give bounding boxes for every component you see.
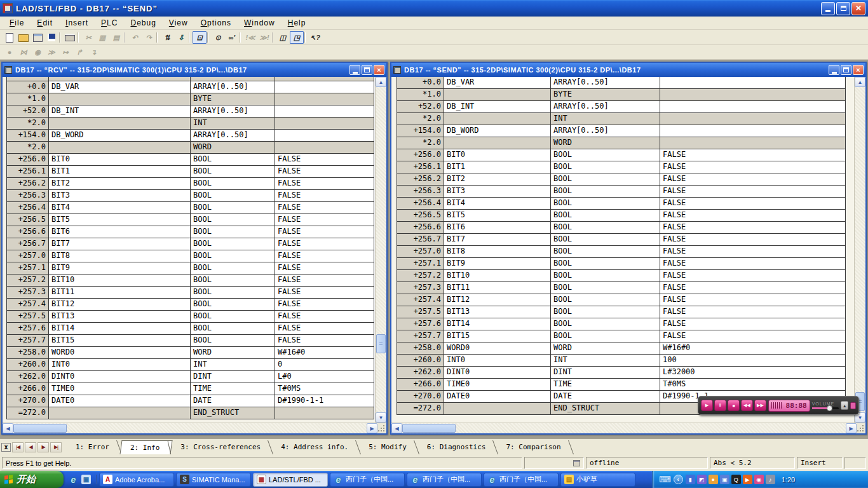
cell-initial-value[interactable]: FALSE xyxy=(660,149,846,161)
cell-address[interactable]: +257.4 xyxy=(397,294,444,306)
cell-initial-value[interactable]: W#16#0 xyxy=(275,347,374,359)
scrollbar-thumb[interactable] xyxy=(402,424,456,433)
volume-knob[interactable] xyxy=(827,405,832,411)
toolbar-separator[interactable] xyxy=(207,31,211,44)
cell-name[interactable]: DB_WORD xyxy=(444,125,551,137)
cell-initial-value[interactable]: FALSE xyxy=(275,202,374,214)
qq-icon[interactable]: Q xyxy=(731,475,741,484)
minimize-button[interactable] xyxy=(821,2,835,15)
toolbar-separator[interactable] xyxy=(156,31,160,44)
cell-type[interactable]: ARRAY[0..50] xyxy=(191,105,275,118)
scroll-up-icon[interactable]: ▲ xyxy=(376,77,386,87)
output-tab[interactable]: 1: Error xyxy=(67,440,121,454)
cell-initial-value[interactable]: 100 xyxy=(660,355,846,367)
cell-type[interactable]: BOOL xyxy=(191,166,275,178)
cell-initial-value[interactable]: T#0MS xyxy=(660,379,846,391)
cell-type[interactable]: DINT xyxy=(551,367,660,379)
context-help-icon[interactable]: ↖? xyxy=(308,31,322,44)
cell-address[interactable]: +256.7 xyxy=(397,234,444,246)
cell-type[interactable]: BOOL xyxy=(551,306,660,318)
cell-name[interactable]: DINT0 xyxy=(49,371,191,383)
horizontal-scrollbar[interactable]: ◀ ▶ xyxy=(391,423,865,433)
cell-address[interactable]: +52.0 xyxy=(397,101,444,113)
cell-name[interactable]: BIT7 xyxy=(444,234,551,246)
cell-address[interactable]: +257.2 xyxy=(397,270,444,282)
volume-icon[interactable]: ♪ xyxy=(766,475,775,484)
quicklaunch-desktop[interactable] xyxy=(81,475,91,484)
cell-initial-value[interactable]: FALSE xyxy=(660,306,846,318)
preview-icon[interactable]: ◳ xyxy=(290,31,304,44)
toolbar-separator[interactable] xyxy=(271,31,276,44)
cell-initial-value[interactable]: FALSE xyxy=(275,323,374,335)
cell-name[interactable]: DB_INT xyxy=(49,105,191,118)
restore-button[interactable] xyxy=(836,2,850,15)
cell-address[interactable]: +270.0 xyxy=(7,395,49,407)
copy-icon[interactable]: ▥ xyxy=(95,31,109,44)
cell-address[interactable]: +257.5 xyxy=(7,311,49,323)
cell-address[interactable]: +257.6 xyxy=(7,323,49,335)
cell-type[interactable]: DATE xyxy=(551,391,660,403)
cell-name[interactable] xyxy=(49,93,191,105)
cell-initial-value[interactable]: FALSE xyxy=(660,186,846,198)
taskbar-button[interactable]: 西门子（中国... xyxy=(330,473,405,487)
cell-initial-value[interactable]: FALSE xyxy=(275,214,374,226)
scroll-left-icon[interactable]: ◀ xyxy=(391,423,402,433)
vertical-scrollbar[interactable]: ▲ ▼ xyxy=(855,77,865,423)
cell-type[interactable]: BOOL xyxy=(191,262,275,274)
cell-initial-value[interactable]: D#1990-1-1 xyxy=(275,395,374,407)
cell-address[interactable]: +256.7 xyxy=(7,238,49,250)
cell-address[interactable]: +262.0 xyxy=(7,371,49,383)
cell-address[interactable]: +257.4 xyxy=(7,299,49,311)
menu-item[interactable]: Window xyxy=(238,17,281,29)
cell-name[interactable]: DATE0 xyxy=(49,395,191,407)
cell-initial-value[interactable]: FALSE xyxy=(660,173,846,186)
menu-item[interactable]: View xyxy=(163,17,194,29)
cell-initial-value[interactable]: FALSE xyxy=(660,234,846,246)
menu-item[interactable]: Help xyxy=(282,17,312,29)
cell-type[interactable]: BOOL xyxy=(191,311,275,323)
cell-type[interactable]: BOOL xyxy=(551,210,660,222)
vertical-scrollbar[interactable]: ▲ ▼ xyxy=(376,77,386,423)
jump-icon[interactable]: ↱ xyxy=(72,46,86,58)
cell-name[interactable]: BIT13 xyxy=(49,311,191,323)
cell-name[interactable]: BIT10 xyxy=(49,274,191,287)
cell-address[interactable]: +257.7 xyxy=(397,330,444,342)
taskbar-button[interactable]: 西门子（中国... xyxy=(407,473,482,487)
cell-initial-value[interactable]: L#0 xyxy=(275,371,374,383)
cell-initial-value[interactable]: FALSE xyxy=(275,238,374,250)
send-titlebar[interactable]: DB17 -- “SEND” -- 315-2DP\SIMATIC 300(2)… xyxy=(391,63,865,77)
glasses-icon[interactable]: ∞' xyxy=(225,31,239,44)
cell-initial-value[interactable]: FALSE xyxy=(275,166,374,178)
horizontal-scrollbar[interactable]: ◀ ▶ xyxy=(3,423,386,433)
cell-name[interactable]: BIT9 xyxy=(444,258,551,270)
station-icon[interactable] xyxy=(31,31,44,44)
cell-type[interactable]: ARRAY[0..50] xyxy=(551,101,660,113)
taskbar-button[interactable]: Adobe Acroba... xyxy=(99,473,174,487)
cell-name[interactable]: BIT12 xyxy=(444,294,551,306)
quicklaunch-ie[interactable] xyxy=(69,475,78,484)
cell-name[interactable]: BIT1 xyxy=(444,161,551,173)
scrollbar-thumb[interactable] xyxy=(13,424,67,433)
cell-type[interactable]: INT xyxy=(551,355,660,367)
cell-type[interactable]: BOOL xyxy=(191,238,275,250)
cell-address[interactable]: +0.0 xyxy=(397,77,444,89)
cut-icon[interactable]: ✂ xyxy=(81,31,95,44)
player-close-button[interactable] xyxy=(850,402,856,409)
cell-type[interactable]: BOOL xyxy=(551,234,660,246)
cell-name[interactable]: BIT13 xyxy=(444,306,551,318)
close-button[interactable]: × xyxy=(374,65,384,75)
cell-initial-value[interactable]: FALSE xyxy=(660,330,846,342)
cell-type[interactable]: BYTE xyxy=(551,89,660,101)
next-button[interactable]: ▶▶ xyxy=(754,400,766,411)
cell-initial-value[interactable] xyxy=(660,113,846,125)
minimize-button[interactable] xyxy=(349,65,360,75)
cell-address[interactable]: +256.3 xyxy=(7,190,49,202)
cell-name[interactable]: BIT14 xyxy=(444,318,551,330)
cell-address[interactable]: +266.0 xyxy=(7,383,49,395)
cell-address[interactable]: +257.5 xyxy=(397,306,444,318)
cell-name[interactable]: BIT8 xyxy=(444,246,551,258)
cell-address[interactable]: +256.1 xyxy=(397,161,444,173)
cell-initial-value[interactable] xyxy=(660,89,846,101)
cell-name[interactable]: DB_VAR xyxy=(444,77,551,89)
cell-address[interactable]: +257.6 xyxy=(397,318,444,330)
